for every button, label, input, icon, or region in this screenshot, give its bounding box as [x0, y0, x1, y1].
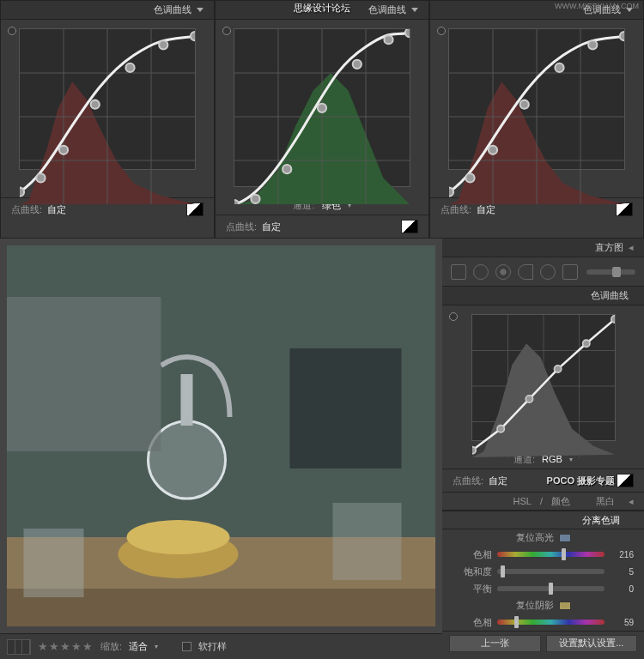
highlights-subhead: 复位高光 — [442, 529, 644, 546]
point-label: 点曲线: — [226, 221, 257, 233]
spot-tool-icon[interactable] — [473, 264, 489, 280]
svg-point-21 — [283, 165, 291, 173]
balance-slider[interactable] — [497, 586, 605, 591]
hue-highlight-value[interactable]: 216 — [610, 550, 634, 559]
svg-point-61 — [582, 340, 589, 347]
color-tab[interactable]: 颜色 — [551, 495, 570, 508]
tone-curve-panel-red-1: 色调曲线 通道: 红色 ▾ 点曲线: 自定 — [0, 0, 215, 239]
split-tone-header[interactable]: 分离色调 — [442, 511, 644, 529]
svg-point-12 — [191, 32, 195, 40]
point-label: 点曲线: — [440, 203, 471, 216]
svg-point-62 — [611, 316, 614, 323]
curve-mode-icon[interactable] — [616, 203, 633, 216]
svg-rect-47 — [7, 297, 161, 451]
hue-shadow-value[interactable]: 59 — [610, 618, 634, 627]
svg-point-19 — [234, 200, 239, 204]
tone-curve-panel-red-2: 色调曲线 通道: 红色 ▾ 点曲线: 自定 — [429, 0, 644, 239]
soft-proof-label: 软打样 — [198, 640, 227, 653]
svg-point-23 — [353, 60, 361, 69]
point-value[interactable]: 自定 — [489, 475, 507, 487]
balance-value[interactable]: 0 — [610, 584, 634, 594]
svg-rect-50 — [333, 503, 402, 580]
svg-point-24 — [384, 35, 392, 44]
curve-title: 色调曲线 — [591, 289, 629, 302]
bw-tab[interactable]: 黑白 — [596, 495, 615, 508]
prev-button[interactable]: 上一张 — [449, 635, 541, 652]
curve-mode-icon[interactable] — [617, 474, 634, 487]
zoom-label: 缩放: — [100, 640, 122, 653]
dropdown-icon: ▾ — [155, 643, 158, 650]
shadows-subhead: 复位阴影 — [442, 597, 644, 614]
svg-point-38 — [620, 32, 624, 40]
svg-point-35 — [520, 100, 529, 109]
watermark-right: WWW.MISSYUAN.COM — [555, 2, 639, 10]
tool-size-slider[interactable] — [586, 269, 635, 275]
reset-button[interactable]: 设置默认设置... — [546, 635, 638, 652]
svg-point-59 — [526, 396, 532, 402]
point-label: 点曲线: — [11, 203, 42, 216]
point-curve-row: 点曲线: 自定 — [216, 215, 428, 238]
hue-highlight-slider[interactable] — [497, 552, 605, 557]
highlight-swatch[interactable] — [559, 534, 571, 542]
radial-tool-icon[interactable] — [540, 264, 556, 280]
curve-mode-icon[interactable] — [401, 220, 418, 233]
point-value[interactable]: 自定 — [477, 203, 495, 216]
hue-shadow-slider[interactable] — [497, 620, 605, 625]
point-value[interactable]: 自定 — [47, 203, 66, 216]
panel-title: 色调曲线 — [154, 3, 191, 16]
svg-rect-46 — [181, 374, 193, 426]
image-preview-panel: ★★★★★ 缩放: 适合 ▾ 软打样 — [0, 239, 442, 659]
point-value[interactable]: 自定 — [262, 221, 281, 233]
sat-highlight-slider[interactable] — [497, 569, 605, 574]
crop-tool-icon[interactable] — [451, 264, 466, 280]
sat-highlight-row: 饱和度 5 — [442, 563, 644, 580]
svg-point-11 — [159, 40, 167, 49]
svg-point-43 — [127, 520, 230, 554]
panel-toggle[interactable] — [449, 312, 458, 321]
rating-stars[interactable]: ★★★★★ — [38, 640, 94, 653]
panel-header[interactable]: 色调曲线 — [1, 1, 214, 20]
point-curve-row: 点曲线: 自定 POCO 摄影专题 — [442, 469, 644, 492]
svg-point-6 — [20, 188, 24, 196]
svg-point-36 — [555, 63, 563, 72]
image-preview[interactable] — [7, 245, 435, 626]
svg-point-8 — [59, 146, 68, 154]
hsl-tab[interactable]: HSL — [513, 496, 532, 506]
bottom-toolbar: ★★★★★ 缩放: 适合 ▾ 软打样 — [0, 633, 442, 659]
curve-editor[interactable] — [234, 28, 410, 187]
panel-toggle[interactable] — [222, 27, 231, 35]
redeye-tool-icon[interactable] — [495, 264, 511, 280]
panel-title: 色调曲线 — [368, 3, 406, 16]
curve-header[interactable]: 色调曲线 — [442, 287, 644, 305]
panel-toggle[interactable] — [437, 27, 446, 35]
hue-highlight-row: 色相 216 — [442, 546, 644, 563]
gradient-tool-icon[interactable] — [518, 264, 533, 280]
grid-view-icon[interactable] — [7, 639, 31, 655]
svg-point-10 — [125, 63, 134, 72]
curve-editor[interactable] — [448, 28, 625, 170]
balance-row: 平衡 0 — [442, 580, 644, 597]
curve-editor-rgb[interactable] — [471, 314, 616, 441]
svg-point-22 — [318, 104, 326, 112]
histogram-header[interactable]: 直方图 ◂ — [442, 239, 644, 257]
soft-proof-checkbox[interactable] — [182, 642, 191, 651]
hue-shadow-row: 色相 59 — [442, 614, 644, 631]
shadow-swatch[interactable] — [559, 602, 571, 610]
top-watermark: 思缘设计论坛 — [294, 2, 350, 15]
curve-editor[interactable] — [19, 28, 196, 170]
point-label: 点曲线: — [453, 475, 483, 487]
svg-point-32 — [449, 188, 453, 196]
panel-toggle[interactable] — [8, 27, 16, 35]
tone-curve-panel-green: 色调曲线 通道: 绿色 ▾ 点曲线: 自定 — [215, 0, 429, 239]
svg-point-57 — [472, 447, 476, 454]
svg-rect-48 — [290, 348, 402, 469]
hsl-section-header[interactable]: HSL / 颜色 黑白 ◂ — [442, 492, 644, 511]
brush-tool-icon[interactable] — [562, 264, 578, 280]
svg-point-60 — [554, 366, 561, 372]
collapse-icon — [197, 8, 204, 12]
curve-mode-icon[interactable] — [186, 203, 204, 216]
sat-highlight-value[interactable]: 5 — [610, 567, 634, 577]
zoom-value[interactable]: 适合 — [129, 640, 148, 653]
chevron-left-icon: ◂ — [629, 242, 634, 253]
svg-point-37 — [588, 40, 597, 49]
